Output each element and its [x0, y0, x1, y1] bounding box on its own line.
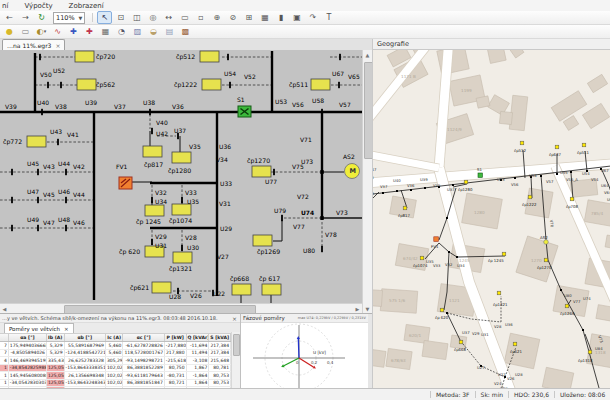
text-tool-icon[interactable]: T: [321, 11, 336, 24]
panel-splitter[interactable]: [368, 313, 372, 388]
zoom-combobox[interactable]: 110%▼: [53, 12, 85, 24]
network-node[interactable]: [560, 289, 562, 291]
house-box[interactable]: [252, 166, 271, 177]
back-icon[interactable]: ←: [2, 11, 17, 24]
node-tick[interactable]: [41, 109, 43, 115]
tab-close-icon[interactable]: ×: [55, 42, 60, 49]
map-house-node[interactable]: [464, 180, 468, 184]
table-row[interactable]: 1-34,8542825988125,058-153,8643338351102…: [0, 364, 231, 372]
layers-icon[interactable]: ▩: [178, 25, 193, 38]
node-tick[interactable]: [39, 54, 41, 60]
house-box[interactable]: [75, 51, 94, 62]
refresh-icon[interactable]: ↻: [34, 11, 49, 24]
column-header[interactable]: αb [°]: [64, 334, 105, 342]
node-tick[interactable]: [47, 82, 49, 88]
bar-icon[interactable]: ▮: [273, 11, 288, 24]
node-tick[interactable]: [151, 197, 153, 203]
node-tick[interactable]: [149, 109, 151, 115]
table-tab-close-icon[interactable]: ×: [64, 326, 69, 332]
anchor-blue-icon[interactable]: ✚: [66, 25, 81, 38]
column-header[interactable]: P [kW]: [164, 334, 186, 342]
insert-source-icon[interactable]: ⊕: [209, 11, 224, 24]
connector-icon[interactable]: ↔: [161, 11, 176, 24]
table-row[interactable]: 7175,94940366655,32955,58916879695,460-6…: [0, 342, 231, 350]
node-tick[interactable]: [11, 169, 13, 175]
scroll-up-icon[interactable]: ▲: [363, 50, 372, 59]
node-tick[interactable]: [281, 215, 283, 221]
house-box[interactable]: [200, 51, 219, 62]
insert-node-icon[interactable]: ⊡: [113, 11, 128, 24]
house-box[interactable]: [311, 79, 330, 90]
junction-node[interactable]: [320, 216, 324, 220]
node-tick[interactable]: [60, 82, 62, 88]
house-box[interactable]: [27, 136, 46, 147]
column-header[interactable]: S [kVA]: [209, 334, 231, 342]
node-tick[interactable]: [65, 225, 67, 231]
house-box[interactable]: [173, 252, 192, 263]
map-house-node[interactable]: [555, 145, 559, 149]
network-node[interactable]: [456, 256, 458, 258]
map-canvas[interactable]: 1171 B11991124/91280785/4674/42124512701…: [373, 50, 610, 388]
node-tick[interactable]: [151, 128, 153, 134]
column-header[interactable]: αa [°]: [8, 334, 46, 342]
house-box[interactable]: [202, 79, 221, 90]
map-house-node[interactable]: [459, 340, 463, 344]
network-node[interactable]: [452, 184, 454, 186]
table-row[interactable]: 7-4,85058940265,329-124,41885427215,4601…: [0, 349, 231, 357]
house-box[interactable]: [143, 146, 162, 157]
network-node[interactable]: [556, 173, 558, 175]
map-house-node[interactable]: [497, 291, 501, 295]
map-house-node[interactable]: [513, 342, 517, 346]
table-icon[interactable]: ▦: [98, 25, 113, 38]
network-node[interactable]: [446, 217, 448, 219]
node-tick[interactable]: [37, 225, 39, 231]
note-icon[interactable]: ▤: [162, 25, 177, 38]
node-tick[interactable]: [273, 169, 275, 175]
house-box[interactable]: [172, 204, 191, 215]
junction-node[interactable]: [320, 170, 324, 174]
schematic-canvas[interactable]: čp720čp512čp562čp1222čp511čp772čp817čp12…: [0, 50, 362, 303]
network-node[interactable]: [446, 312, 448, 314]
matrix-icon[interactable]: ▦: [257, 11, 272, 24]
house-box[interactable]: [152, 282, 171, 293]
node-tick[interactable]: [321, 109, 323, 115]
map-house-node[interactable]: [520, 141, 524, 145]
forward-icon[interactable]: →: [18, 11, 33, 24]
map-switch-s1[interactable]: [478, 173, 482, 177]
table-vscrollbar[interactable]: [231, 332, 240, 389]
column-header[interactable]: Ic (A): [105, 334, 123, 342]
column-header[interactable]: [0, 334, 8, 342]
network-node[interactable]: [540, 175, 542, 177]
menu-item-vypocty[interactable]: Výpočty: [22, 2, 54, 10]
menu-item-fragment[interactable]: ní: [0, 2, 10, 10]
panel-close-icon[interactable]: ×: [232, 315, 240, 322]
house-box[interactable]: [253, 235, 272, 246]
photo-icon[interactable]: ▨: [130, 25, 145, 38]
image-icon[interactable]: ▣: [289, 11, 304, 24]
network-node[interactable]: [382, 192, 384, 194]
map-house-node[interactable]: [440, 308, 444, 312]
map-pv-fv1[interactable]: [434, 237, 439, 242]
node-tick[interactable]: [181, 197, 183, 203]
gauge-icon[interactable]: ◔: [114, 25, 129, 38]
map-house-node[interactable]: [582, 143, 586, 147]
node-tick[interactable]: [65, 169, 67, 175]
map-house-node[interactable]: [420, 256, 424, 260]
tab-schematic[interactable]: …na 11%.egr3 ×: [2, 39, 65, 50]
node-tick[interactable]: [65, 197, 67, 203]
insert-element-icon[interactable]: ▫: [193, 11, 208, 24]
lamp-icon[interactable]: ●: [2, 25, 17, 38]
insert-station-icon[interactable]: ◫: [129, 11, 144, 24]
house-box[interactable]: [172, 152, 191, 163]
map-panel[interactable]: 1171 B11991124/91280785/4674/42124512701…: [372, 50, 610, 388]
schematic-panel[interactable]: čp720čp512čp562čp1222čp511čp772čp817čp12…: [0, 50, 362, 303]
anchor-red-icon[interactable]: ✚: [82, 25, 97, 38]
select-tool-icon[interactable]: ↖: [97, 11, 112, 24]
node-tick[interactable]: [37, 197, 39, 203]
map-house-node[interactable]: [502, 252, 506, 256]
map-house-node[interactable]: [403, 206, 407, 210]
disable-icon[interactable]: ⊘: [225, 11, 240, 24]
network-node[interactable]: [424, 187, 426, 189]
column-header[interactable]: αc [°]: [123, 334, 164, 342]
lamp-menu-icon[interactable]: ◐▾: [34, 25, 49, 38]
